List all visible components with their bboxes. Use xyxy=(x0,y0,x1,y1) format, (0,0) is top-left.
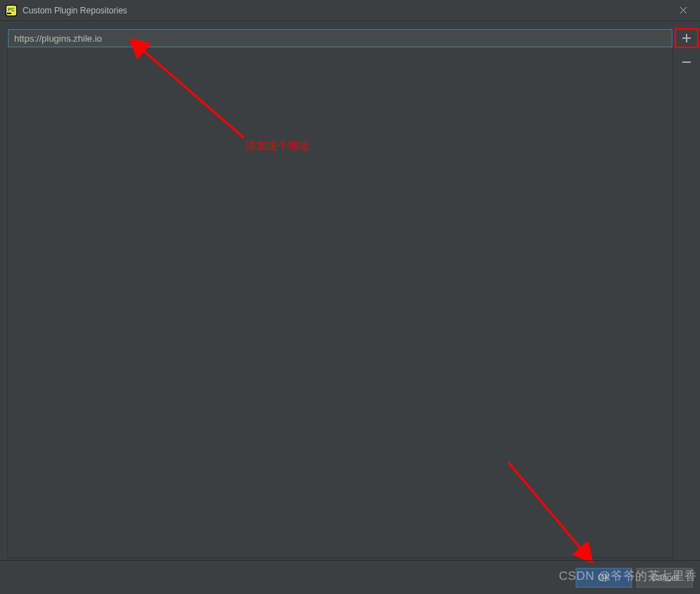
window-close-button[interactable] xyxy=(669,0,697,21)
annotation-text-top: 添加这个地址 xyxy=(246,139,309,153)
svg-rect-3 xyxy=(7,13,11,14)
close-icon xyxy=(680,6,687,14)
cancel-button-label: Cancel xyxy=(651,573,677,583)
repository-list[interactable] xyxy=(7,28,673,558)
window-title: Custom Plugin Repositories xyxy=(23,6,669,16)
svg-text:PC: PC xyxy=(8,7,15,12)
remove-repository-button[interactable] xyxy=(675,52,699,72)
repository-url-input[interactable] xyxy=(8,29,672,47)
dialog-content xyxy=(0,21,700,558)
minus-icon xyxy=(682,57,692,67)
ok-button[interactable]: OK xyxy=(576,568,632,588)
side-button-column xyxy=(675,28,699,558)
dialog-footer: OK Cancel xyxy=(0,560,700,594)
app-icon: PC xyxy=(6,5,17,16)
add-repository-button[interactable] xyxy=(675,28,699,48)
ok-button-label: OK xyxy=(598,573,610,583)
titlebar: PC Custom Plugin Repositories xyxy=(0,0,700,21)
cancel-button[interactable]: Cancel xyxy=(636,568,693,588)
plus-icon xyxy=(682,33,692,43)
